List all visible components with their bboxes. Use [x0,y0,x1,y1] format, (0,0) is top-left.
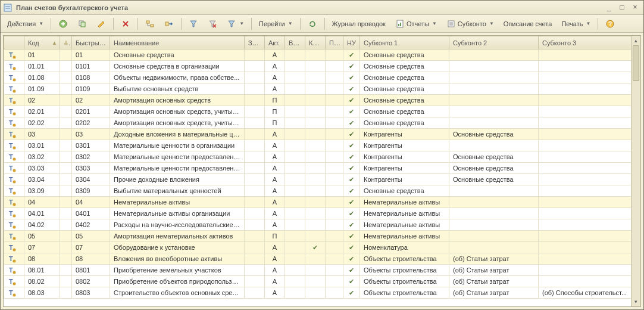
add-button[interactable] [54,17,72,30]
refresh-button[interactable] [304,17,321,30]
name-cell: Основные средства в организации [110,61,245,72]
table-row[interactable]: T01.080108Объекты недвижимости, права со… [4,72,632,83]
scroll-thumb[interactable] [633,45,639,81]
kol-cell [305,83,326,95]
table-row[interactable]: T03.040304Прочие доходные вложенияА✔Конт… [4,174,632,185]
account-icon: T [8,96,16,104]
scroll-down-button[interactable]: ▾ [632,297,640,306]
close-button[interactable]: × [629,3,641,13]
table-row[interactable]: T04.020402Расходы на научно-исследовател… [4,219,632,231]
description-button[interactable]: Описание счета [499,17,557,30]
svg-text:T: T [9,63,13,70]
quick-cell: 0802 [72,276,110,287]
col-val[interactable]: Вал. [285,36,305,49]
journal-label: Журнал проводок [332,20,386,27]
table-row[interactable]: T08.030803Строительство объектов основны… [4,287,632,299]
po-cell [326,265,343,276]
svg-point-59 [13,249,16,252]
subkonto-menu[interactable]: Субконто▼ [442,17,498,30]
col-name[interactable]: Наименование [110,36,245,49]
name-cell: Приобретение земельных участков [110,265,245,276]
col-akt[interactable]: Акт. [265,36,285,49]
table-row[interactable]: T0707Оборудование к установкеА✔✔Номенкла… [4,242,632,253]
help-button[interactable]: ? [601,17,619,30]
svg-rect-7 [81,22,85,27]
scroll-up-button[interactable]: ▴ [632,36,640,45]
col-icon[interactable] [4,36,24,49]
col-nu[interactable]: НУ [343,36,360,49]
edit-button[interactable] [92,17,110,30]
val-cell [285,72,305,83]
table-row[interactable]: T0404Нематериальные активыА✔Нематериальн… [4,197,632,208]
col-quick[interactable]: Быстрый... [72,36,110,49]
val-cell [285,140,305,151]
vertical-scrollbar[interactable]: ▴ ▾ [631,36,640,306]
filter-off-button[interactable] [204,17,221,30]
move-button[interactable] [160,17,178,30]
minimize-button[interactable]: _ [603,3,615,13]
col-kol[interactable]: Кол. [305,36,326,49]
table-row[interactable]: T03.090309Выбытие материальных ценностей… [4,185,632,197]
separator [251,18,252,30]
table-row[interactable]: T04.010401Нематериальные активы организа… [4,208,632,219]
code-cell: 02 [24,95,60,106]
goto-menu[interactable]: Перейти▼ [255,17,297,30]
sub2-cell [449,208,539,219]
col-sub1[interactable]: Субконто 1 [360,36,449,49]
quick-cell: 07 [72,242,110,253]
svg-point-65 [13,283,16,286]
code-cell: 08.03 [24,287,60,299]
sub3-cell [539,265,632,276]
col-zab[interactable]: Заб. [245,36,265,49]
quick-cell: 0401 [72,208,110,219]
chevron-down-icon: ▼ [239,21,244,26]
col-po[interactable]: По... [326,36,343,49]
table-row[interactable]: T0808Вложения во внеоборотные активыА✔Об… [4,253,632,265]
sub3-cell [539,197,632,208]
kol-cell [305,49,326,61]
filter-button[interactable] [185,17,202,30]
table-row[interactable]: T01.010101Основные средства в организаци… [4,61,632,72]
row-icon-cell: T [4,49,24,61]
table-row[interactable]: T03.020302Материальные ценности предоста… [4,151,632,163]
actions-menu[interactable]: Действия▼ [3,17,48,30]
akt-cell: А [265,242,285,253]
copy-button[interactable] [73,17,91,30]
table-row[interactable]: T0101Основные средстваА✔Основные средств… [4,49,632,61]
col-sort-indicator[interactable]: ≜ [60,36,72,49]
row-icon-cell: T [4,287,24,299]
sort-cell [60,197,72,208]
table-row[interactable]: T02.020202Амортизация основных средств, … [4,117,632,129]
goto-label: Перейти [259,20,285,27]
journal-button[interactable]: Журнал проводок [328,17,390,30]
col-sub2[interactable]: Субконто 2 [449,36,539,49]
scroll-track[interactable] [632,45,640,297]
account-icon: T [8,175,16,184]
col-code[interactable]: Код▲ [24,36,60,49]
table-row[interactable]: T02.010201Амортизация основных средств, … [4,106,632,117]
col-sub3[interactable]: Субконто 3 [539,36,632,49]
table-row[interactable]: T0505Амортизация нематериальных активовП… [4,231,632,242]
row-icon-cell: T [4,72,24,83]
maximize-button[interactable]: □ [616,3,628,13]
table-row[interactable]: T0303Доходные вложения в материальные це… [4,129,632,140]
table-row[interactable]: T08.020802Приобретение объектов природоп… [4,276,632,287]
sort-cell [60,151,72,163]
filter-criteria-button[interactable]: ▼ [223,17,248,30]
hierarchy-button[interactable] [141,17,159,30]
funnel-edit-icon [227,19,236,29]
svg-point-27 [13,67,16,70]
reports-menu[interactable]: Отчеты▼ [391,17,441,30]
kol-cell [305,106,326,117]
svg-text:T: T [9,199,13,206]
table-row[interactable]: T03.030303Материальные ценности предоста… [4,163,632,174]
table-row[interactable]: T08.010801Приобретение земельных участко… [4,265,632,276]
table-row[interactable]: T01.090109Выбытие основных средствА✔Осно… [4,83,632,95]
svg-point-47 [13,181,16,184]
delete-button[interactable] [117,17,135,30]
print-menu[interactable]: Печать▼ [557,17,595,30]
table-row[interactable]: T03.010301Материальные ценности в органи… [4,140,632,151]
akt-cell: П [265,117,285,129]
row-icon-cell: T [4,208,24,219]
table-row[interactable]: T0202Амортизация основных средствП✔Основ… [4,95,632,106]
